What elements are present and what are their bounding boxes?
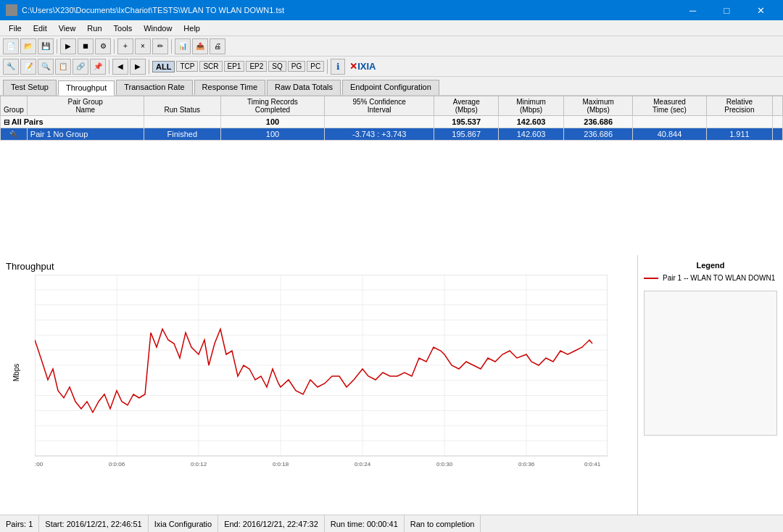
all-pairs-minimum: 142.603 [499, 116, 564, 128]
all-pairs-precision [706, 116, 772, 128]
tb2-sep2 [149, 59, 149, 74]
pair1-status: Finished [144, 128, 220, 141]
legend-scroll[interactable] [644, 291, 777, 436]
tb-sep3 [171, 39, 172, 54]
tb-new[interactable]: 📄 [3, 38, 19, 54]
tb-save[interactable]: 💾 [38, 38, 54, 54]
menu-help[interactable]: Help [178, 22, 206, 34]
all-pairs-status [144, 116, 220, 128]
menu-window[interactable]: Window [138, 22, 178, 34]
tb-sep1 [57, 39, 57, 54]
pair1-maximum: 236.686 [564, 128, 633, 141]
tb2-1[interactable]: 🔧 [3, 59, 19, 75]
menu-edit[interactable]: Edit [28, 22, 53, 34]
tb-edit[interactable]: ✏ [152, 38, 168, 54]
row-all-pairs: ⊟ All Pairs 100 195.537 142.603 236.686 [1, 116, 783, 128]
all-pairs-records: 100 [220, 116, 324, 128]
tab-endpoint-config[interactable]: Endpoint Configuration [342, 80, 439, 95]
minimize-button[interactable]: ─ [676, 0, 709, 20]
menu-run[interactable]: Run [81, 22, 107, 34]
chart-area: Throughput Mbps [0, 255, 638, 515]
tb2-7[interactable]: ◀ [112, 59, 128, 75]
all-pairs-time [633, 116, 707, 128]
tab-response-time[interactable]: Response Time [194, 80, 265, 95]
all-pairs-label: ⊟ All Pairs [1, 116, 144, 128]
tb-stop[interactable]: ⏹ [78, 38, 94, 54]
tb-add[interactable]: + [117, 38, 133, 54]
tb2-info[interactable]: ℹ [331, 59, 345, 75]
pair1-minimum: 142.603 [499, 128, 564, 141]
row-pair1[interactable]: 🔌 Pair 1 No Group Finished 100 -3.743 : … [1, 128, 783, 141]
pair1-label: Pair 1 No Group [27, 128, 144, 141]
tb2-8[interactable]: ▶ [130, 59, 146, 75]
pg-tag[interactable]: PG [288, 61, 305, 72]
menu-bar: File Edit View Run Tools Window Help [0, 20, 783, 36]
tb-open[interactable]: 📂 [20, 38, 36, 54]
window-controls: ─ □ ✕ [676, 0, 777, 20]
status-end: End: 2016/12/21, 22:47:32 [218, 515, 325, 532]
tb2-3[interactable]: 🔍 [38, 59, 54, 75]
tab-throughput[interactable]: Throughput [58, 80, 115, 96]
close-button[interactable]: ✕ [745, 0, 777, 20]
pair1-average: 195.867 [434, 128, 499, 141]
tb2-2[interactable]: 📝 [20, 59, 36, 75]
sq-tag[interactable]: SQ [268, 61, 286, 72]
tab-transaction-rate[interactable]: Transaction Rate [116, 80, 192, 95]
ep2-tag[interactable]: EP2 [246, 61, 267, 72]
status-start: Start: 2016/12/21, 22:46:51 [39, 515, 148, 532]
all-tag[interactable]: ALL [152, 61, 175, 72]
ixia-logo: ✕IXIA [349, 61, 376, 72]
tabs-bar: Test Setup Throughput Transaction Rate R… [0, 77, 783, 96]
tab-test-setup[interactable]: Test Setup [3, 80, 57, 95]
tb-config[interactable]: ⚙ [95, 38, 111, 54]
tb2-4[interactable]: 📋 [55, 59, 71, 75]
window-title: C:\Users\X230\Documents\IxChariot\TESTS\… [22, 6, 676, 14]
pair1-confidence: -3.743 : +3.743 [324, 128, 434, 141]
tb-delete[interactable]: × [135, 38, 151, 54]
title-bar: C:\Users\X230\Documents\IxChariot\TESTS\… [0, 0, 783, 20]
col-time: MeasuredTime (sec) [633, 96, 707, 116]
scr-tag[interactable]: SCR [199, 61, 222, 72]
tb-run[interactable]: ▶ [60, 38, 76, 54]
ep1-tag[interactable]: EP1 [224, 61, 245, 72]
all-pairs-maximum: 236.686 [564, 116, 633, 128]
col-precision: RelativePrecision [706, 96, 772, 116]
legend-label-0: Pair 1 -- WLAN TO WLAN DOWN1 [663, 274, 775, 282]
status-config: Ixia Configuratio [149, 515, 219, 532]
svg-text:0:0:41: 0:0:41 [584, 461, 601, 467]
svg-text:0:0:18: 0:0:18 [273, 461, 289, 467]
all-pairs-confidence [324, 116, 434, 128]
menu-file[interactable]: File [3, 22, 28, 34]
bottom-area: Throughput Mbps [0, 255, 783, 515]
tb-chart[interactable]: 📊 [175, 38, 191, 54]
status-runtime: Run time: 00:00:41 [325, 515, 405, 532]
results-table: Group Pair GroupName Run Status Timing R… [0, 96, 783, 141]
pair1-icon: 🔌 [1, 128, 28, 141]
col-maximum: Maximum(Mbps) [564, 96, 633, 116]
tcp-tag[interactable]: TCP [176, 61, 198, 72]
tb-print[interactable]: 🖨 [210, 38, 225, 54]
col-average: Average(Mbps) [434, 96, 499, 116]
chart-wrapper: Mbps [35, 275, 631, 470]
toolbar-main: 📄 📂 💾 ▶ ⏹ ⚙ + × ✏ 📊 📤 🖨 [0, 36, 783, 57]
menu-view[interactable]: View [53, 22, 82, 34]
maximize-button[interactable]: □ [710, 0, 743, 20]
legend-color-0 [644, 278, 658, 279]
chart-svg: 245.00 240.00 230.00 220.00 210.00 200.0… [35, 275, 608, 470]
status-completion: Ran to completion [405, 515, 481, 532]
status-bar: Pairs: 1 Start: 2016/12/21, 22:46:51 Ixi… [0, 515, 783, 532]
col-timing: Timing RecordsCompleted [220, 96, 324, 116]
legend-title: Legend [644, 261, 777, 270]
svg-text:0:0:06: 0:0:06 [109, 461, 125, 467]
tb2-5[interactable]: 🔗 [72, 59, 88, 75]
pc-tag[interactable]: PC [307, 61, 324, 72]
pair1-records: 100 [220, 128, 324, 141]
legend-item-0: Pair 1 -- WLAN TO WLAN DOWN1 [644, 274, 777, 282]
menu-tools[interactable]: Tools [108, 22, 138, 34]
col-pair-group: Pair GroupName [27, 96, 144, 116]
tab-raw-data[interactable]: Raw Data Totals [267, 80, 341, 95]
tb-export[interactable]: 📤 [192, 38, 208, 54]
status-pairs: Pairs: 1 [0, 515, 39, 532]
tb2-6[interactable]: 📌 [90, 59, 106, 75]
all-pairs-average: 195.537 [434, 116, 499, 128]
